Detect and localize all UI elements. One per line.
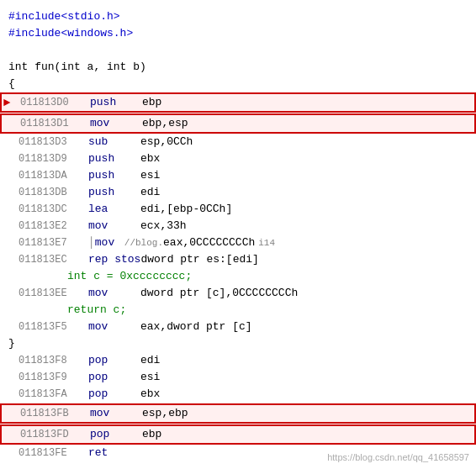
address-011813DA: 011813DA [19,167,82,184]
mnemonic-mov-eax-c: mov [82,319,140,335]
mnemonic-lea: lea [82,201,140,218]
func-decl-line: int fun(int a, int b) [0,59,476,76]
asm-line-011813E2: 011813E2 mov ecx,33h [0,218,476,234]
address-011813D1: 011813D1 [20,115,83,132]
address-011813E7: 011813E7 [19,234,82,251]
mnemonic-mov-c: mov [82,285,140,302]
asm-line-011813D1: 011813D1 mov ebp,esp [0,113,476,134]
mnemonic-pop-edi: pop [82,352,140,369]
asm-line-011813EE: 011813EE mov dword ptr [c],0CCCCCCCCh [0,285,476,302]
brace-close-source: } [0,335,476,352]
address-011813EC: 011813EC [19,251,82,268]
operands-esi: esi [140,167,160,184]
operands-ebp: ebp [142,94,161,111]
watermark: https://blog.csdn.net/qq_41658597 [327,452,469,462]
mnemonic-push-edi: push [82,184,140,201]
operands-pop-edi: edi [140,352,160,369]
mnemonic-pop-ebx-2: pop [82,386,140,403]
address-011813F9: 011813F9 [19,369,82,386]
mnemonic-mov-esp-ebp: mov [83,405,142,422]
address-011813F5: 011813F5 [19,319,82,335]
address-011813DC: 011813DC [19,201,82,218]
asm-line-011813EC: 011813EC rep stos dword ptr es:[edi] [0,251,476,268]
mnemonic-push-ebp: push [83,94,142,111]
address-011813FA: 011813FA [19,386,82,403]
asm-line-011813DC: 011813DC lea edi,[ebp-0CCh] [0,201,476,218]
arrow-icon: ► [3,94,10,111]
operands-ebx: ebx [140,150,160,167]
address-011813D3: 011813D3 [19,134,82,150]
blank-line-1 [0,44,476,59]
inline-comment2: i14 [258,234,275,251]
address-011813F8: 011813F8 [19,352,82,369]
asm-line-011813FD: 011813FD pop ebp [0,424,476,445]
asm-line-011813DA: 011813DA push esi [0,167,476,184]
operands-pop-ebx: ebx [140,386,160,403]
mnemonic-mov-eax: mov [95,234,124,251]
source-comment-1: int c = 0xcccccccc; [0,268,476,285]
operands-eax-c: eax,dword ptr [c] [140,319,252,335]
address-011813DB: 011813DB [19,184,82,201]
operands-sub: esp,0CCh [140,134,193,150]
address-011813FE: 011813FE [19,445,82,461]
address-011813E2: 011813E2 [19,218,82,234]
address-011813EE: 011813EE [19,285,82,302]
include-windows: #include<windows.h> [8,25,468,42]
operands-eax-cccc: eax,0CCCCCCCCh [163,234,255,251]
operands-edi: edi [140,184,160,201]
asm-line-011813FA: 011813FA pop ebx [0,386,476,403]
include-stdio: #include<stdio.h> [8,8,468,25]
asm-line-011813E7: 011813E7 │ mov //blog. eax,0CCCCCCCCh i1… [0,234,476,251]
operands-esp-ebp: esp,ebp [142,405,188,422]
operands-mov-c: dword ptr [c],0CCCCCCCCh [140,285,298,302]
mnemonic-mov-ebp-esp: mov [83,115,142,132]
func-decl-text: int fun(int a, int b) [8,59,146,76]
brace-open-text: { [8,76,15,92]
asm-line-011813D0: ► 011813D0 push ebp [0,92,476,113]
asm-line-011813F5: 011813F5 mov eax,dword ptr [c] [0,319,476,335]
asm-line-011813F8: 011813F8 pop edi [0,352,476,369]
mnemonic-mov-ecx: mov [82,218,140,234]
operands-ecx-33h: ecx,33h [140,218,187,234]
code-container: #include<stdio.h> #include<windows.h> in… [0,0,476,469]
address-011813FD: 011813FD [20,426,83,443]
address-011813D9: 011813D9 [19,150,82,167]
inline-comment: //blog. [124,234,163,251]
mnemonic-rep-stos: rep stos [82,251,140,268]
asm-line-011813FB: 011813FB mov esp,ebp [0,403,476,424]
operands-ebp-esp: ebp,esp [142,115,188,132]
mnemonic-push-esi: push [82,167,140,184]
source-comment-2: return c; [0,302,476,319]
comment-marker: │ [82,234,95,251]
operands-rep-stos: dword ptr es:[edi] [140,251,258,268]
mnemonic-pop-ebp: pop [83,426,142,443]
mnemonic-push-ebx: push [82,150,140,167]
operands-lea: edi,[ebp-0CCh] [140,201,232,218]
asm-line-011813DB: 011813DB push edi [0,184,476,201]
mnemonic-ret: ret [82,445,140,461]
mnemonic-sub: sub [82,134,140,150]
address-011813FB: 011813FB [20,405,83,422]
asm-line-011813D9: 011813D9 push ebx [0,150,476,167]
header-section: #include<stdio.h> #include<windows.h> [0,7,476,44]
operands-pop-esi: esi [140,369,160,386]
asm-line-011813D3: 011813D3 sub esp,0CCh [0,134,476,150]
address-011813D0: 011813D0 [20,94,83,111]
brace-open-line: { [0,76,476,92]
asm-line-011813F9: 011813F9 pop esi [0,369,476,386]
operands-pop-ebp: ebp [142,426,161,443]
mnemonic-pop-esi-2: pop [82,369,140,386]
